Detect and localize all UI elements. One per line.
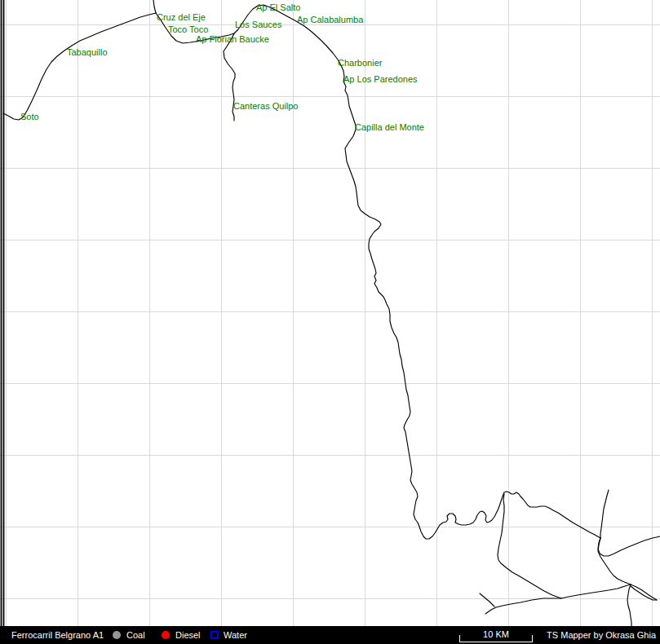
coal-legend-icon [113,631,121,639]
station-label-canteras-quilpo: Canteras Quilpo [233,101,299,111]
station-label-toco-toco: Toco Toco [168,24,208,34]
station-label-tabaquillo: Tabaquillo [67,47,108,57]
route-map-canvas[interactable]: SotoTabaquilloCruz del EjeToco TocoAp Fl… [0,0,660,626]
diesel-legend-label: Diesel [175,631,201,640]
status-bar: Ferrocarril Belgrano A1 Coal Diesel Wate… [0,626,660,644]
water-legend-label: Water [224,631,247,640]
coal-legend-label: Coal [126,631,145,640]
map-scale-label: 10 KM [479,630,513,639]
station-label-ap-el-salto: Ap El Salto [256,2,300,12]
diesel-legend-icon [162,631,170,639]
station-label-capilla-del-monte: Capilla del Monte [355,122,424,132]
station-label-los-sauces: Los Sauces [235,20,282,29]
route-name: Ferrocarril Belgrano A1 [11,631,104,640]
station-label-ap-calabalumba: Ap Calabalumba [297,15,364,24]
station-label-soto: Soto [20,112,39,121]
station-label-charbonier: Charbonier [338,58,383,68]
water-legend-icon [210,631,219,639]
map-background [0,0,660,626]
station-label-ap-florian-baucke: Ap Florian Baucke [196,34,269,44]
map-scale-bar: 10 KM [459,635,533,642]
station-label-cruz-del-eje: Cruz del Eje [157,12,206,22]
station-label-ap-los-paredones: Ap Los Paredones [343,74,418,84]
app-credit: TS Mapper by Okrasa Ghia [547,631,656,640]
ts-mapper-window: SotoTabaquilloCruz del EjeToco TocoAp Fl… [0,0,660,644]
